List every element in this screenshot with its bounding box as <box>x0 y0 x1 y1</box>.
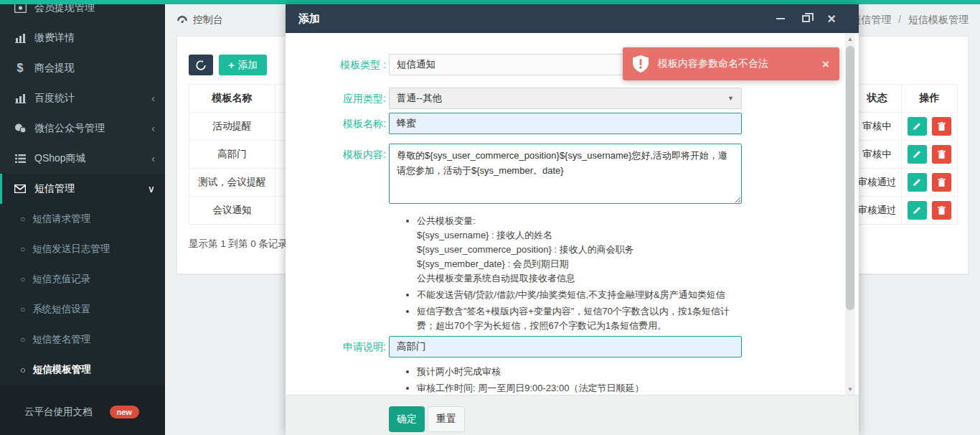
sidebar-subitem-sms-signature[interactable]: ○ 短信签名管理 <box>0 324 165 355</box>
minimize-icon <box>776 18 785 19</box>
close-button[interactable]: × <box>827 13 836 24</box>
caret-down-icon: ▼ <box>727 95 734 102</box>
cell-actions <box>902 169 958 197</box>
apply-note-input[interactable] <box>389 336 742 357</box>
status-badge: 审核中 <box>853 113 902 141</box>
toast-close-icon[interactable]: × <box>822 58 829 70</box>
sidebar-subitem-system-sms-settings[interactable]: ○ 系统短信设置 <box>0 294 165 324</box>
modal-title: 添加 <box>298 12 320 26</box>
bar-chart-icon <box>13 33 27 43</box>
toast-message: 模板内容参数命名不合法 <box>658 57 768 70</box>
template-name-input[interactable] <box>389 113 742 134</box>
cell-actions <box>902 141 958 169</box>
add-button[interactable]: + 添加 <box>219 55 267 75</box>
minimize-button[interactable] <box>776 13 785 24</box>
cell-template-name: 测试，会议提醒 <box>189 169 275 197</box>
chevron-down-icon: ∨ <box>148 183 155 195</box>
refresh-icon <box>196 60 206 70</box>
scrollbar-thumb[interactable] <box>846 46 854 310</box>
sidebar-item-baidu-stats[interactable]: 百度统计 ‹ <box>0 83 165 113</box>
cell-template-name: 活动提醒 <box>189 113 275 141</box>
edit-button[interactable] <box>908 145 927 164</box>
status-badge: 审核通过 <box>853 169 902 197</box>
circle-icon: ○ <box>20 365 26 375</box>
template-type-label: 模板类型 : <box>307 59 386 72</box>
scroll-down-arrow[interactable]: ▼ <box>845 383 855 395</box>
circle-icon: ○ <box>20 304 25 314</box>
sidebar-item-label: QShop商城 <box>34 152 86 165</box>
column-header-template-name[interactable]: 模板名称 <box>189 85 275 113</box>
circle-icon: ○ <box>20 214 25 224</box>
circle-icon: ○ <box>20 335 25 345</box>
list-icon <box>13 154 27 163</box>
delete-button[interactable] <box>932 201 951 220</box>
envelope-icon <box>13 184 27 193</box>
edit-button[interactable] <box>908 201 927 220</box>
cell-template-name: 会议通知 <box>189 197 275 225</box>
sidebar-subitem-sms-request[interactable]: ○ 短信请求管理 <box>0 204 165 234</box>
modal-header[interactable]: 添加 × <box>286 4 859 33</box>
new-badge: new <box>110 406 139 418</box>
template-name-label: 模板名称: <box>307 118 386 131</box>
edit-button[interactable] <box>908 117 927 136</box>
sidebar-subitem-label: 短信发送日志管理 <box>32 243 110 256</box>
sidebar-item-sms-management[interactable]: 短信管理 ∨ <box>0 174 165 204</box>
breadcrumb-home[interactable]: 控制台 <box>193 14 223 27</box>
sidebar-item-label: 短信管理 <box>34 182 75 195</box>
sidebar-item-label: 缴费详情 <box>34 32 75 45</box>
sidebar-subitem-label: 短信请求管理 <box>32 212 90 225</box>
status-badge: 审核中 <box>853 141 902 169</box>
restore-icon <box>802 15 810 22</box>
credit-card-icon <box>13 4 27 13</box>
chevron-left-icon: ‹ <box>151 153 155 164</box>
help-item-review-hours: 审核工作时间: 周一至周日9:00-23:00（法定节日顺延） <box>417 381 748 396</box>
bar-chart-icon <box>13 93 27 103</box>
sidebar-item-label: 百度统计 <box>34 92 75 105</box>
window-controls: × <box>776 13 836 24</box>
sidebar-subitem-sms-send-log[interactable]: ○ 短信发送日志管理 <box>0 234 165 264</box>
sidebar: 会员提现管理 缴费详情 $ 商会提现 百度统计 ‹ 微信公众号管理 ‹ <box>0 4 165 435</box>
sidebar-item-label: 会员提现管理 <box>34 4 95 14</box>
edit-button[interactable] <box>908 173 927 192</box>
sidebar-subitem-sms-template[interactable]: ○ 短信模板管理 <box>0 355 165 385</box>
help-variables-title: 公共模板变量: <box>417 214 748 228</box>
table-record-summary: 显示第 1 到第 0 条记录, <box>189 238 291 251</box>
sidebar-item-wechat-official[interactable]: 微信公众号管理 ‹ <box>0 113 165 144</box>
modal-scrollbar: ▲ ▼ <box>845 33 855 395</box>
template-help-list: 公共模板变量: ${sys_username} : 接收人的姓名 ${sys_u… <box>405 214 748 335</box>
app-type-select[interactable]: 普通--其他 ▼ <box>389 88 742 109</box>
sidebar-subitem-label: 系统短信设置 <box>32 303 90 316</box>
sms-submenu: ○ 短信请求管理 ○ 短信发送日志管理 ○ 短信充值记录 ○ 系统短信设置 ○ … <box>0 204 165 385</box>
cloud-docs-link[interactable]: 云平台使用文档 <box>24 406 93 418</box>
template-content-textarea[interactable]: 尊敬的${sys_user_commerce_position}${sys_us… <box>389 144 742 204</box>
help-item-billing: 短信字数含"签名+模版内容+变量内容"，短信70个字数含以内，按1条短信计费；超… <box>417 304 748 333</box>
shield-alert-icon <box>633 55 649 72</box>
reset-button[interactable]: 重置 <box>428 406 465 432</box>
circle-icon: ○ <box>20 244 25 254</box>
delete-button[interactable] <box>932 145 951 164</box>
sidebar-item-payment-detail[interactable]: 缴费详情 <box>0 23 165 53</box>
column-header-status[interactable]: 状态 <box>853 85 902 113</box>
scroll-up-arrow[interactable]: ▲ <box>845 33 855 45</box>
sidebar-item-member-withdraw[interactable]: 会员提现管理 <box>0 4 165 23</box>
restore-button[interactable] <box>802 13 810 24</box>
chevron-left-icon: ‹ <box>151 93 155 104</box>
help-item-review-time: 预计两小时完成审核 <box>417 365 748 379</box>
sidebar-item-qshop[interactable]: QShop商城 ‹ <box>0 144 165 174</box>
sidebar-subitem-label: 短信充值记录 <box>32 273 90 286</box>
confirm-button[interactable]: 确定 <box>389 406 425 432</box>
delete-button[interactable] <box>932 117 951 136</box>
help-item-restrictions: 不能发送营销/贷款/借款/中奖/抽奖类短信,不支持金融理财&房产通知类短信 <box>417 288 748 302</box>
breadcrumb: 控制台 <box>176 14 223 27</box>
breadcrumb-right: 短信管理 / 短信模板管理 <box>851 14 969 27</box>
breadcrumb-sms-template: 短信模板管理 <box>908 14 969 25</box>
cell-template-name: 高部门 <box>189 141 275 169</box>
plus-icon: + <box>228 59 235 71</box>
wechat-icon <box>13 123 27 134</box>
delete-button[interactable] <box>932 173 951 192</box>
error-toast: 模板内容参数命名不合法 × <box>623 47 839 80</box>
refresh-button[interactable] <box>189 55 213 75</box>
sidebar-item-commerce-withdraw[interactable]: $ 商会提现 <box>0 53 165 83</box>
sidebar-subitem-sms-recharge[interactable]: ○ 短信充值记录 <box>0 264 165 294</box>
sidebar-menu: 会员提现管理 缴费详情 $ 商会提现 百度统计 ‹ 微信公众号管理 ‹ <box>0 4 165 385</box>
